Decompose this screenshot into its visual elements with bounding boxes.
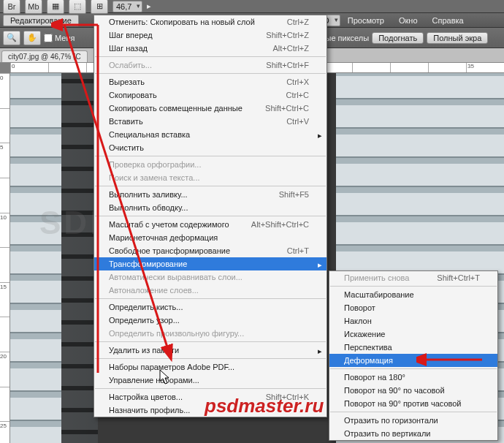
menu-item[interactable]: Отменить: Скопировать на новый слойCtrl+… (94, 15, 327, 29)
menu-item[interactable]: Искажение (329, 327, 497, 341)
submenu-arrow-icon: ▸ (318, 347, 322, 356)
menu-item-shortcut: Ctrl+V (286, 117, 309, 126)
image-left (10, 73, 98, 443)
menu-item-label: Поворот (344, 303, 375, 312)
menu-item-label: Перспектива (344, 343, 392, 352)
menu-item[interactable]: ВставитьCtrl+V (94, 115, 327, 128)
menu-item-label: Наклон (344, 317, 372, 325)
menu-item: Применить сноваShift+Ctrl+T (329, 271, 497, 284)
menu-item[interactable]: Свободное трансформированиеCtrl+T (94, 244, 327, 257)
menu-item[interactable]: Отразить по вертикали (329, 427, 497, 440)
menu-item-label: Наборы параметров Adobe PDF... (109, 363, 234, 371)
menu-item-label: Удалить из памяти (109, 346, 179, 355)
menu-item[interactable]: Отразить по горизонтали (329, 414, 497, 427)
menu-item[interactable]: СкопироватьCtrl+C (94, 88, 327, 102)
menu-item-label: Выполнить заливку... (109, 190, 188, 199)
tool-icon-2[interactable]: ⬚ (69, 0, 86, 14)
menu-item-label: Определить кисть... (109, 303, 183, 311)
top-icon-bar: Br Mb ▦ ⬚ ⊞ 46,7 ▸ (0, 0, 504, 13)
menu-item[interactable]: Специальная вставка▸ (94, 128, 327, 141)
menu-view[interactable]: Просмотр (340, 15, 392, 26)
menu-item-label: Управление наборами... (109, 376, 199, 385)
menu-item[interactable]: Марионеточная деформация (94, 231, 327, 244)
menu-item-label: Деформация (344, 356, 393, 365)
menu-item[interactable]: Шаг назадAlt+Ctrl+Z (94, 42, 327, 55)
menu-item[interactable]: Деформация (329, 354, 497, 367)
menu-item-label: Автоматически выравнивать слои... (109, 273, 243, 281)
document-tab[interactable]: city07.jpg @ 46,7% (С (1, 50, 88, 62)
menu-item[interactable]: Управление наборами... (94, 374, 327, 387)
menu-item-label: Настройка цветов... (109, 393, 183, 401)
menu-item-label: Искажение (344, 330, 385, 338)
menu-item-label: Отразить по вертикали (344, 429, 430, 438)
menu-item-shortcut: Shift+Ctrl+T (437, 273, 480, 282)
menu-item-shortcut: Shift+Ctrl+F (266, 61, 309, 69)
zoom-select[interactable]: 46,7 (112, 1, 142, 12)
menu-item[interactable]: Поворот (329, 301, 497, 314)
cursor-icon (159, 369, 171, 385)
chk-resize-label: Меня (55, 34, 75, 42)
fullscreen-button[interactable]: Полный экра (427, 32, 488, 44)
menu-item[interactable]: Выполнить заливку...Shift+F5 (94, 188, 327, 201)
menu-item-shortcut: Ctrl+T (287, 246, 309, 255)
menu-item-label: Вставить (109, 117, 143, 126)
menu-item[interactable]: ВырезатьCtrl+X (94, 75, 327, 88)
menu-item[interactable]: Масштаб с учетом содержимогоAlt+Shift+Ct… (94, 218, 327, 231)
menu-item-label: Поиск и замена текста... (109, 173, 200, 182)
menu-item[interactable]: Трансформирование▸ (94, 257, 327, 270)
menu-item: Определить произвольную фигуру... (94, 327, 327, 340)
menu-edit[interactable]: Редактирование (3, 15, 79, 26)
menu-item[interactable]: Масштабирование (329, 288, 497, 301)
menu-item[interactable]: Поворот на 90° против часовой (329, 397, 497, 410)
menu-window[interactable]: Окно (392, 15, 425, 26)
menu-item: Поиск и замена текста... (94, 171, 327, 184)
menu-item[interactable]: Удалить из памяти▸ (94, 344, 327, 357)
fit-button[interactable]: Подогнать (372, 32, 424, 44)
bridge-icon[interactable]: Br (3, 0, 20, 14)
menu-item-label: Марионеточная деформация (109, 233, 218, 242)
menu-item[interactable]: Поворот на 90° по часовой (329, 384, 497, 397)
menu-item-label: Шаг назад (109, 44, 148, 53)
menu-item[interactable]: Перспектива (329, 341, 497, 354)
tool-icon-3[interactable]: ⊞ (91, 0, 108, 14)
menu-item: Проверка орфографии... (94, 158, 327, 171)
menu-item-label: Масштаб с учетом содержимого (109, 220, 229, 229)
menu-item-label: Назначить профиль... (109, 406, 190, 414)
tool-icon-1[interactable]: ▦ (47, 0, 64, 14)
menu-item-label: Поворот на 180° (344, 373, 405, 382)
menu-item-label: Отразить по горизонтали (344, 416, 438, 425)
menu-item-label: Специальная вставка (109, 130, 190, 139)
menu-item-label: Автоналожение слоев... (109, 286, 199, 295)
menu-item[interactable]: Определить кисть... (94, 300, 327, 314)
menu-item-shortcut: Ctrl+C (286, 91, 309, 99)
transform-submenu: Применить сноваShift+Ctrl+TМасштабирован… (329, 270, 498, 441)
menu-item-label: Скопировать (109, 91, 157, 99)
menu-item-shortcut: Alt+Shift+Ctrl+C (251, 220, 309, 229)
menu-item[interactable]: Поворот на 180° (329, 371, 497, 384)
menu-item[interactable]: Шаг впередShift+Ctrl+Z (94, 29, 327, 42)
menu-item[interactable]: Скопировать совмещенные данныеShift+Ctrl… (94, 102, 327, 115)
menu-item-label: Определить произвольную фигуру... (109, 329, 244, 338)
chk-resize[interactable]: Меня (44, 34, 75, 42)
menu-item-label: Шаг вперед (109, 31, 153, 39)
magnify-icon[interactable]: 🔍 (3, 31, 20, 45)
menu-item[interactable]: Выполнить обводку... (94, 201, 327, 214)
menu-item: Автоматически выравнивать слои... (94, 270, 327, 284)
minibridge-icon[interactable]: Mb (25, 0, 42, 14)
menu-item-label: Применить снова (344, 273, 409, 282)
menu-item-label: Определить узор... (109, 316, 180, 325)
menu-item-label: Выполнить обводку... (109, 203, 188, 212)
watermark-text: psdmaster.ru (205, 395, 324, 417)
menu-item-label: Свободное трансформирование (109, 246, 230, 255)
menu-help[interactable]: Справка (425, 15, 471, 26)
menu-item[interactable]: Определить узор... (94, 314, 327, 327)
edit-menu: Отменить: Скопировать на новый слойCtrl+… (93, 15, 327, 417)
hand-icon[interactable]: ✋ (23, 31, 41, 45)
menu-item[interactable]: Наклон (329, 314, 497, 327)
menu-item-label: Ослабить... (109, 61, 152, 69)
menu-item: Ослабить...Shift+Ctrl+F (94, 58, 327, 72)
menu-item[interactable]: Наборы параметров Adobe PDF... (94, 360, 327, 374)
menu-item-shortcut: Alt+Ctrl+Z (272, 44, 309, 53)
submenu-arrow-icon: ▸ (318, 260, 322, 270)
menu-item[interactable]: Очистить (94, 141, 327, 154)
